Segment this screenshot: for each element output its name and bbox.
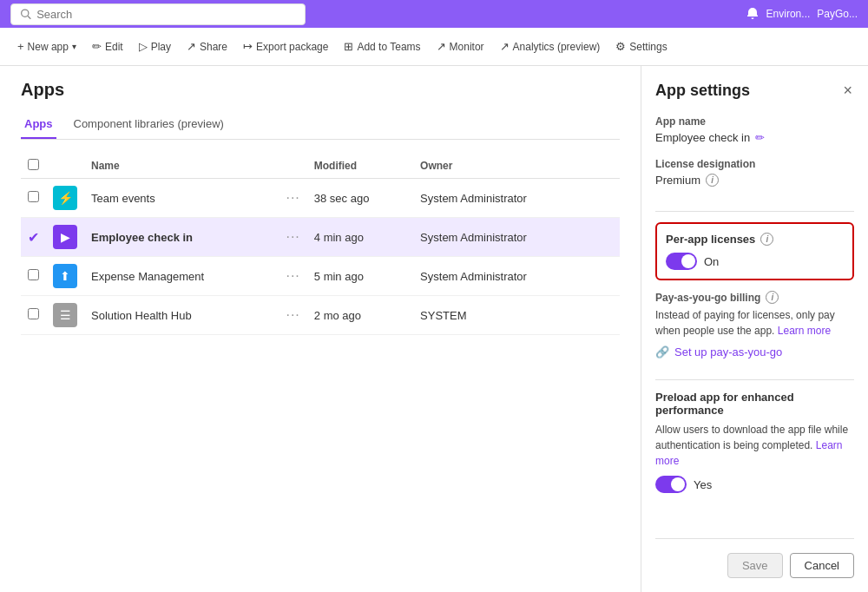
per-app-toggle[interactable] [666,253,697,270]
license-info-icon[interactable]: i [706,174,719,187]
col-header-check [21,154,46,179]
row-checkbox[interactable] [28,269,39,280]
row-icon-cell: ☰ [46,296,84,335]
search-input[interactable] [36,8,296,21]
page-title: Apps [21,80,620,100]
app-name-value: Employee check in ✏ [655,131,854,144]
row-checkbox[interactable] [28,191,39,202]
row-extra-cell [598,257,620,296]
payg-section: Pay-as-you-go billing i Instead of payin… [655,291,854,358]
tabs-bar: Apps Component libraries (preview) [21,110,620,140]
row-dots-cell[interactable]: ··· [279,296,306,335]
edit-button[interactable]: ✏ Edit [85,36,130,57]
per-app-toggle-label: On [704,255,719,268]
row-checkbox-cell: ✔ [21,218,46,257]
add-teams-button[interactable]: ⊞ Add to Teams [337,36,427,57]
col-header-dots [279,154,306,179]
payg-label-row: Pay-as-you-go billing i [655,291,854,304]
col-header-owner: Owner [413,154,598,179]
divider-1 [655,211,854,212]
close-panel-button[interactable]: × [841,80,854,102]
table-row[interactable]: ✔▶Employee check in···4 min agoSystem Ad… [21,218,620,257]
chevron-down-icon: ▾ [72,42,76,51]
row-checkbox[interactable] [28,308,39,319]
row-owner-cell: System Administrator [413,257,598,296]
teams-icon: ⊞ [344,40,353,53]
row-owner-cell: System Administrator [413,179,598,218]
row-name-cell: Solution Health Hub [84,296,279,335]
toolbar: + New app ▾ ✏ Edit ▷ Play ↗ Share ↦ Expo… [0,28,868,66]
monitor-icon: ↗ [437,40,446,53]
settings-button[interactable]: ⚙ Settings [608,36,674,57]
left-panel: Apps Apps Component libraries (preview) … [0,66,641,592]
edit-icon: ✏ [92,40,102,53]
row-checkbox-cell [21,179,46,218]
per-app-info-icon[interactable]: i [760,233,773,246]
app-icon: ☰ [53,303,77,327]
payg-info-icon[interactable]: i [766,291,779,304]
row-name-cell: Team events [84,179,279,218]
tab-apps[interactable]: Apps [21,110,56,139]
divider-2 [655,379,854,380]
row-modified-cell: 38 sec ago [307,179,413,218]
edit-app-name-icon[interactable]: ✏ [755,131,765,144]
tab-component-libraries[interactable]: Component libraries (preview) [70,110,227,139]
setup-payg-icon: 🔗 [655,345,669,358]
row-context-menu-icon[interactable]: ··· [286,229,299,244]
org-label: PayGo... [817,8,858,20]
license-value: Premium i [655,174,854,187]
new-app-button[interactable]: + New app ▾ [10,36,83,57]
setup-payg-link[interactable]: 🔗 Set up pay-as-you-go [655,345,854,358]
share-icon: ↗ [187,40,196,53]
svg-point-0 [22,10,29,16]
per-app-toggle-wrap: On [666,253,844,270]
row-dots-cell[interactable]: ··· [279,257,306,296]
table-row[interactable]: ⬆Expense Management···5 min agoSystem Ad… [21,257,620,296]
export-icon: ↦ [243,40,253,53]
main-layout: Apps Apps Component libraries (preview) … [0,66,868,592]
row-name-cell: Expense Management [84,257,279,296]
payg-learn-more-link[interactable]: Learn more [778,325,831,337]
notification-icon [746,7,760,21]
select-all-checkbox[interactable] [28,159,39,170]
svg-line-1 [28,16,30,18]
app-settings-panel: App settings × App name Employee check i… [641,66,868,592]
row-icon-cell: ▶ [46,218,84,257]
table-row[interactable]: ☰Solution Health Hub···2 mo agoSYSTEM [21,296,620,335]
preload-section: Preload app for enhanced performance All… [655,391,854,493]
analytics-icon: ↗ [500,40,510,53]
cancel-button[interactable]: Cancel [790,553,854,578]
license-section: License designation Premium i [655,158,854,187]
app-icon: ▶ [53,225,77,249]
gear-icon: ⚙ [615,40,626,53]
col-header-actions [598,154,620,179]
share-button[interactable]: ↗ Share [180,36,234,57]
monitor-button[interactable]: ↗ Monitor [430,36,491,57]
row-icon-cell: ⬆ [46,257,84,296]
table-row[interactable]: ⚡Team events···38 sec agoSystem Administ… [21,179,620,218]
row-extra-cell [598,296,620,335]
save-button[interactable]: Save [727,553,783,578]
preload-toggle[interactable] [655,476,687,493]
row-owner-cell: SYSTEM [413,296,598,335]
preload-title: Preload app for enhanced performance [655,391,854,417]
plus-icon: + [17,40,24,53]
top-bar: Environ... PayGo... [0,0,868,28]
row-context-menu-icon[interactable]: ··· [286,190,299,205]
row-extra-cell [598,218,620,257]
row-dots-cell[interactable]: ··· [279,218,306,257]
row-dots-cell[interactable]: ··· [279,179,306,218]
row-context-menu-icon[interactable]: ··· [286,307,299,322]
preload-description: Allow users to download the app file whi… [655,422,854,469]
license-label: License designation [655,158,854,170]
export-button[interactable]: ↦ Export package [236,36,335,57]
payg-label: Pay-as-you-go billing [655,292,760,304]
col-header-icon [46,154,84,179]
search-box[interactable] [10,3,306,25]
play-button[interactable]: ▷ Play [132,36,178,57]
payg-description: Instead of paying for licenses, only pay… [655,307,854,339]
play-icon: ▷ [139,40,148,53]
analytics-button[interactable]: ↗ Analytics (preview) [493,36,608,57]
row-context-menu-icon[interactable]: ··· [286,268,299,283]
panel-header: App settings × [655,80,854,102]
